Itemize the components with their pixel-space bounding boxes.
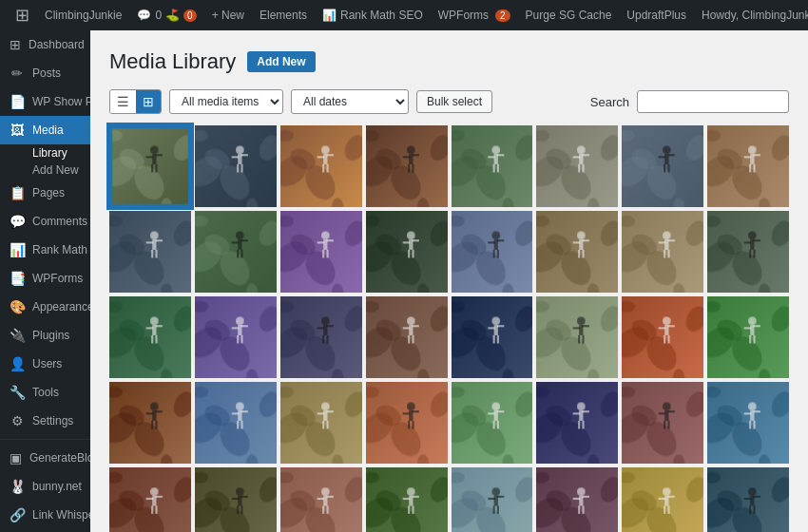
media-item[interactable] bbox=[109, 125, 191, 207]
page-header: Media Library Add New bbox=[109, 49, 789, 74]
adminbar-user[interactable]: Howdy, ClimbingJunkie Team bbox=[694, 0, 808, 30]
sidebar-item-dashboard[interactable]: ⊞ Dashboard bbox=[0, 30, 90, 59]
adminbar-site-name[interactable]: ClimbingJunkie bbox=[37, 0, 129, 30]
media-item[interactable] bbox=[366, 296, 448, 378]
sidebar-item-tools[interactable]: 🔧 Tools bbox=[0, 378, 90, 407]
search-label: Search bbox=[590, 95, 629, 109]
sidebar-item-comments[interactable]: 💬 Comments bbox=[0, 207, 90, 236]
media-item[interactable] bbox=[622, 467, 703, 533]
adminbar-new[interactable]: + New bbox=[204, 0, 252, 30]
sidebar: ⊞ Dashboard ✏ Posts 📄 WP Show Posts 🖼 Me… bbox=[0, 30, 90, 532]
sidebar-item-media[interactable]: 🖼 Media bbox=[0, 116, 90, 144]
adminbar-wp-logo[interactable]: ⊞ bbox=[8, 0, 37, 30]
users-icon: 👤 bbox=[10, 356, 25, 371]
sidebar-item-bunny[interactable]: 🐰 bunny.net bbox=[0, 472, 90, 501]
content-area: Media Library Add New ☰ ⊞ All media item… bbox=[90, 30, 808, 532]
media-item[interactable] bbox=[109, 467, 191, 533]
adminbar-rankmath[interactable]: 📊 Rank Math SEO bbox=[315, 0, 431, 30]
media-item[interactable] bbox=[707, 382, 789, 464]
media-item[interactable] bbox=[280, 382, 362, 464]
media-item[interactable] bbox=[622, 211, 703, 293]
grid-view-button[interactable]: ⊞ bbox=[136, 90, 161, 113]
wpshowposts-icon: 📄 bbox=[10, 94, 25, 109]
media-item[interactable] bbox=[536, 211, 618, 293]
pages-icon: 📋 bbox=[10, 185, 25, 200]
media-item[interactable] bbox=[366, 467, 448, 533]
media-item[interactable] bbox=[536, 382, 618, 464]
media-item[interactable] bbox=[280, 211, 362, 293]
adminbar-updraft[interactable]: UpdraftPlus bbox=[619, 0, 694, 30]
media-item[interactable] bbox=[109, 382, 191, 464]
bulk-select-button[interactable]: Bulk select bbox=[416, 90, 492, 113]
media-item[interactable] bbox=[452, 125, 533, 207]
media-item[interactable] bbox=[366, 382, 448, 464]
sidebar-item-generateblocks[interactable]: ▣ GenerateBlocks bbox=[0, 444, 90, 472]
media-item[interactable] bbox=[707, 296, 789, 378]
adminbar-elements[interactable]: Elements bbox=[252, 0, 315, 30]
media-item[interactable] bbox=[536, 467, 618, 533]
media-item[interactable] bbox=[536, 125, 618, 207]
sidebar-sub-library[interactable]: Library bbox=[0, 144, 90, 162]
add-new-button[interactable]: Add New bbox=[247, 51, 315, 72]
media-item[interactable] bbox=[195, 211, 277, 293]
media-item[interactable] bbox=[622, 382, 703, 464]
media-item[interactable] bbox=[622, 296, 703, 378]
sidebar-item-plugins[interactable]: 🔌 Plugins bbox=[0, 321, 90, 350]
media-item[interactable] bbox=[195, 296, 277, 378]
page-title: Media Library bbox=[109, 49, 236, 74]
media-item[interactable] bbox=[195, 382, 277, 464]
media-item[interactable] bbox=[195, 125, 277, 207]
media-item[interactable] bbox=[452, 211, 533, 293]
sidebar-item-linkwhisper[interactable]: 🔗 Link Whisper bbox=[0, 501, 90, 529]
media-item[interactable] bbox=[536, 296, 618, 378]
appearance-icon: 🎨 bbox=[10, 299, 25, 314]
sidebar-item-wpshowposts[interactable]: 📄 WP Show Posts bbox=[0, 87, 90, 116]
media-item[interactable] bbox=[280, 125, 362, 207]
media-item[interactable] bbox=[452, 382, 533, 464]
list-view-button[interactable]: ☰ bbox=[110, 90, 136, 113]
media-item[interactable] bbox=[109, 211, 191, 293]
main-wrap: ⊞ Dashboard ✏ Posts 📄 WP Show Posts 🖼 Me… bbox=[0, 30, 808, 532]
media-item[interactable] bbox=[366, 125, 448, 207]
wpforms-icon: 📑 bbox=[10, 271, 25, 286]
bunny-icon: 🐰 bbox=[10, 479, 25, 494]
linkwhisper-icon: 🔗 bbox=[10, 507, 25, 522]
rankmath-icon: 📊 bbox=[10, 242, 25, 257]
media-toolbar: ☰ ⊞ All media items Images Audio Video D… bbox=[109, 89, 789, 114]
posts-icon: ✏ bbox=[10, 66, 25, 81]
date-filter[interactable]: All dates January 2024 December 2023 bbox=[291, 89, 409, 114]
settings-icon: ⚙ bbox=[10, 413, 25, 428]
sidebar-item-appearance[interactable]: 🎨 Appearance bbox=[0, 293, 90, 321]
sidebar-sub-addnew[interactable]: Add New bbox=[0, 162, 90, 179]
media-item[interactable] bbox=[366, 211, 448, 293]
media-item[interactable] bbox=[452, 467, 533, 533]
sidebar-item-settings[interactable]: ⚙ Settings bbox=[0, 407, 90, 435]
sidebar-item-wpforms[interactable]: 📑 WPForms bbox=[0, 264, 90, 293]
plugins-icon: 🔌 bbox=[10, 328, 25, 343]
sidebar-item-rankmath[interactable]: 📊 Rank Math bbox=[0, 236, 90, 264]
tools-icon: 🔧 bbox=[10, 385, 25, 400]
comments-icon: 💬 bbox=[10, 214, 25, 229]
media-item[interactable] bbox=[109, 296, 191, 378]
adminbar-purge[interactable]: Purge SG Cache bbox=[518, 0, 620, 30]
sidebar-item-users[interactable]: 👤 Users bbox=[0, 350, 90, 378]
generateblocks-icon: ▣ bbox=[10, 450, 22, 466]
sidebar-item-posts[interactable]: ✏ Posts bbox=[0, 59, 90, 87]
media-item[interactable] bbox=[622, 125, 703, 207]
adminbar-comments[interactable]: 💬 0 ⛳ 0 bbox=[129, 0, 203, 30]
media-grid bbox=[109, 125, 789, 532]
adminbar-wpforms[interactable]: WPForms 2 bbox=[431, 0, 518, 30]
sidebar-item-pages[interactable]: 📋 Pages bbox=[0, 179, 90, 207]
media-item[interactable] bbox=[452, 296, 533, 378]
media-item[interactable] bbox=[195, 467, 277, 533]
media-item[interactable] bbox=[707, 211, 789, 293]
media-item[interactable] bbox=[707, 467, 789, 533]
dashboard-icon: ⊞ bbox=[10, 37, 21, 52]
media-item[interactable] bbox=[707, 125, 789, 207]
media-icon: 🖼 bbox=[10, 123, 25, 138]
view-toggle: ☰ ⊞ bbox=[109, 89, 162, 114]
search-input[interactable] bbox=[637, 90, 789, 113]
media-item[interactable] bbox=[280, 296, 362, 378]
media-item[interactable] bbox=[280, 467, 362, 533]
media-type-filter[interactable]: All media items Images Audio Video Docum… bbox=[169, 89, 283, 114]
